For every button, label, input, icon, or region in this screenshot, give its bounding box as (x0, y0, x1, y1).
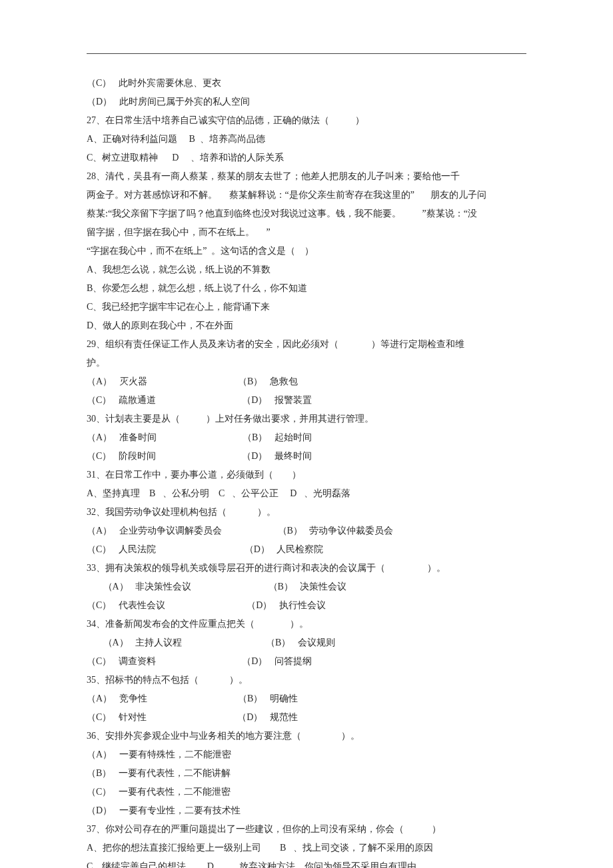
text-line: D、做人的原则在我心中，不在外面 (87, 316, 526, 335)
text-line: 27、在日常生活中培养自己诚实守信的品德，正确的做法（ ） (87, 111, 526, 130)
text-line: （C） 代表性会议 （D） 执行性会议 (87, 596, 526, 615)
text-line: C、继续完善自己的想法 D 、放弃这种方法，你问为领导不采用自有理由 (87, 857, 526, 868)
text-line: 36、安排外宾参观企业中与业务相关的地方要注意（ ）。 (87, 727, 526, 745)
text-line: （A） 一要有特殊性，二不能泄密 (87, 745, 526, 764)
text-line: 留字据，但字据在我心中，而不在纸上。 ” (87, 223, 526, 242)
text-line: 蔡某:“我父亲留下字据了吗？他直到临终也没对我说过这事。钱，我不能要。 ”蔡某说… (87, 205, 526, 223)
text-line: （C） 人民法院 （D） 人民检察院 (87, 540, 526, 559)
text-line: （A） 企业劳动争议调解委员会 （B） 劳动争议仲裁委员会 (87, 522, 526, 540)
text-line: B、你爱怎么想，就怎么想，纸上说了什么，你不知道 (87, 279, 526, 298)
text-line: （C） 疏散通道 （D） 报警装置 (87, 391, 526, 410)
text-line: C、树立进取精神 D 、培养和谐的人际关系 (87, 149, 526, 167)
text-line: （C） 针对性 （D） 规范性 (87, 708, 526, 727)
document-body: （C） 此时外宾需要休息、更衣 （D） 此时房间已属于外宾的私人空间 27、在日… (87, 74, 526, 868)
text-line: （C） 此时外宾需要休息、更衣 (87, 74, 526, 93)
text-line: （C） 调查资料 （D） 问答提纲 (87, 652, 526, 671)
text-line: 34、准备新闻发布会的文件应重点把关（ ）。 (87, 615, 526, 634)
text-line: A、把你的想法直接汇报给更上一级别上司 B 、找上司交谈，了解不采用的原因 (87, 839, 526, 857)
text-line: A、正确对待利益问题 B 、培养高尚品德 (87, 130, 526, 149)
text-line: 31、在日常工作中，要办事公道，必须做到（ ） (87, 466, 526, 484)
text-line: （D） 一要有专业性，二要有技术性 (87, 801, 526, 820)
text-line: （A） 主持人议程 （B） 会议规则 (87, 634, 526, 652)
text-line: A、我想怎么说，就怎么说，纸上说的不算数 (87, 260, 526, 279)
text-line: 29、组织有责任保证工作人员及来访者的安全，因此必须对（ ）等进行定期检查和维 (87, 335, 526, 354)
text-line: （C） 阶段时间 （D） 最终时间 (87, 447, 526, 466)
text-line: （A） 竞争性 （B） 明确性 (87, 689, 526, 708)
text-line: 35、招标书的特点不包括（ ）。 (87, 671, 526, 689)
text-line: 37、你对公司存在的严重问题提出了一些建议，但你的上司没有采纳，你会（ ） (87, 820, 526, 839)
text-line: “字据在我心中，而不在纸上” 。这句话的含义是（ ） (87, 242, 526, 260)
text-line: 28、清代，吴县有一商人蔡某，蔡某的朋友去世了；他差人把朋友的儿子叫来；要给他一… (87, 167, 526, 186)
text-line: A、坚持真理 B 、公私分明 C 、公平公正 D 、光明磊落 (87, 484, 526, 503)
text-line: 32、我国劳动争议处理机构包括（ ）。 (87, 503, 526, 522)
text-line: 两金子。对方甚感惊讶和不解。 蔡某解释说：“是你父亲生前寄存在我这里的” 朋友的… (87, 186, 526, 205)
document-page: （C） 此时外宾需要休息、更衣 （D） 此时房间已属于外宾的私人空间 27、在日… (0, 0, 613, 868)
text-line: （A） 灭火器 （B） 急救包 (87, 372, 526, 391)
text-line: （C） 一要有代表性，二不能泄密 (87, 783, 526, 801)
text-line: C、我已经把字据牢牢记在心上，能背诵下来 (87, 298, 526, 316)
text-line: （B） 一要有代表性，二不能讲解 (87, 764, 526, 783)
text-line: （A） 非决策性会议 （B） 决策性会议 (87, 578, 526, 596)
text-line: 护。 (87, 354, 526, 372)
text-line: 30、计划表主要是从（ ）上对任务做出要求，并用其进行管理。 (87, 410, 526, 428)
text-line: （A） 准备时间 （B） 起始时间 (87, 428, 526, 447)
text-line: 33、拥有决策权的领导机关或领导层召开的进行商讨和表决的会议属于（ ）。 (87, 559, 526, 578)
text-line: （D） 此时房间已属于外宾的私人空间 (87, 93, 526, 111)
header-rule (87, 53, 526, 54)
